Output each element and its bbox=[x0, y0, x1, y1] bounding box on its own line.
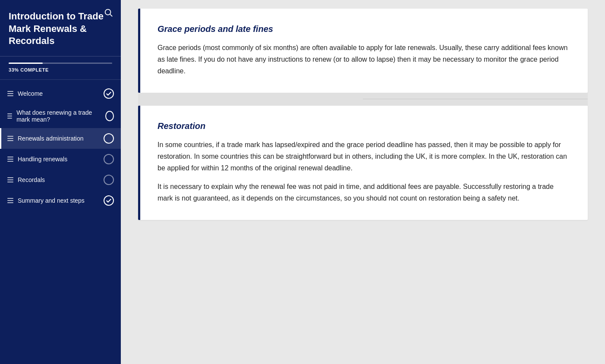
card-grace-periods-body: Grace periods (most commonly of six mont… bbox=[158, 42, 570, 77]
status-completed-icon bbox=[104, 88, 114, 99]
nav-list: Welcome What does renewing a trade mark … bbox=[0, 80, 121, 364]
sidebar-item-welcome-label: Welcome bbox=[18, 90, 43, 97]
card-grace-periods-title: Grace periods and late fines bbox=[158, 24, 570, 34]
progress-bar-fill bbox=[9, 63, 43, 64]
status-in-progress-icon bbox=[104, 133, 114, 144]
sidebar-header: Introduction to Trade Mark Renewals & Re… bbox=[0, 0, 121, 56]
hamburger-icon bbox=[7, 198, 13, 203]
sidebar-item-what-does-renewing[interactable]: What does renewing a trade mark mean? bbox=[0, 104, 121, 128]
card-restoration-paragraph-1: In some countries, if a trade mark has l… bbox=[158, 139, 570, 174]
search-icon bbox=[104, 8, 113, 17]
sidebar-title: Introduction to Trade Mark Renewals & Re… bbox=[9, 10, 112, 47]
sidebar-item-recordals-label: Recordals bbox=[18, 176, 45, 183]
card-restoration-body: In some countries, if a trade mark has l… bbox=[158, 139, 570, 204]
sidebar-item-renewals-administration[interactable]: Renewals administration bbox=[0, 128, 121, 149]
hamburger-icon bbox=[7, 91, 13, 96]
hamburger-icon bbox=[7, 113, 12, 119]
status-empty-icon bbox=[104, 154, 114, 164]
sidebar-item-welcome[interactable]: Welcome bbox=[0, 83, 121, 104]
gap-line bbox=[363, 99, 588, 99]
main-content: Grace periods and late fines Grace perio… bbox=[121, 0, 605, 364]
sidebar-item-summary[interactable]: Summary and next steps bbox=[0, 190, 121, 211]
card-restoration: Restoration In some countries, if a trad… bbox=[138, 106, 588, 220]
hamburger-icon bbox=[7, 136, 13, 141]
svg-point-0 bbox=[105, 9, 111, 15]
card-grace-periods-paragraph-1: Grace periods (most commonly of six mont… bbox=[158, 42, 570, 77]
sidebar-item-handling-renewals[interactable]: Handling renewals bbox=[0, 149, 121, 169]
sidebar-item-summary-label: Summary and next steps bbox=[18, 197, 85, 204]
card-restoration-paragraph-2: It is necessary to explain why the renew… bbox=[158, 181, 570, 204]
progress-section: 33% COMPLETE bbox=[0, 56, 121, 80]
hamburger-icon bbox=[7, 177, 13, 182]
svg-line-1 bbox=[110, 14, 112, 16]
sidebar: Introduction to Trade Mark Renewals & Re… bbox=[0, 0, 121, 364]
status-empty-icon bbox=[104, 175, 114, 185]
hamburger-icon bbox=[7, 157, 13, 162]
sidebar-item-recordals[interactable]: Recordals bbox=[0, 169, 121, 190]
card-restoration-title: Restoration bbox=[158, 121, 570, 131]
progress-bar-background bbox=[9, 63, 112, 64]
sidebar-item-renewing-label: What does renewing a trade mark mean? bbox=[16, 109, 105, 123]
card-grace-periods: Grace periods and late fines Grace perio… bbox=[138, 9, 588, 93]
card-gap bbox=[138, 93, 588, 106]
search-button[interactable] bbox=[104, 8, 113, 19]
sidebar-item-handling-label: Handling renewals bbox=[18, 156, 67, 163]
sidebar-item-renewals-label: Renewals administration bbox=[18, 135, 84, 142]
progress-label: 33% COMPLETE bbox=[9, 67, 112, 72]
status-in-progress-icon bbox=[105, 111, 114, 121]
status-completed-icon bbox=[104, 195, 114, 206]
